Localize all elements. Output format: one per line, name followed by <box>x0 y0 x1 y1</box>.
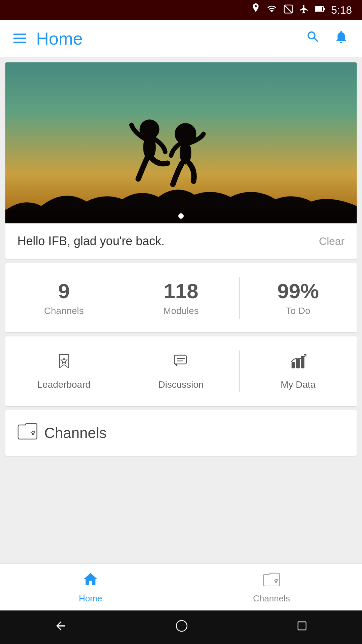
channels-title: Channels <box>44 425 107 441</box>
status-icons: 5:18 <box>251 3 352 17</box>
home-nav-label: Home <box>79 593 102 604</box>
stat-channels-label: Channels <box>44 306 84 316</box>
quick-actions-card: Leaderboard Discussion <box>5 336 357 406</box>
svg-point-17 <box>32 433 34 435</box>
airplane-icon <box>299 4 309 16</box>
android-home-button[interactable] <box>175 619 188 636</box>
battery-icon <box>315 5 325 15</box>
channels-section[interactable]: Channels <box>5 410 357 456</box>
action-discussion-label: Discussion <box>158 379 203 390</box>
notification-icon[interactable] <box>334 30 349 48</box>
stat-modules[interactable]: 118 Modules <box>122 263 239 332</box>
hero-greeting: Hello IFB, glad you're back. <box>17 234 165 248</box>
stats-card: 9 Channels 118 Modules 99% To Do <box>5 263 357 332</box>
nav-channels[interactable]: Channels <box>181 564 362 610</box>
stat-modules-value: 118 <box>164 279 198 303</box>
stat-todo[interactable]: 99% To Do <box>240 263 357 332</box>
nav-home[interactable]: Home <box>0 564 181 610</box>
stat-channels-value: 9 <box>58 279 69 303</box>
stat-channels[interactable]: 9 Channels <box>5 263 122 332</box>
action-mydata[interactable]: My Data <box>240 336 357 406</box>
search-icon[interactable] <box>306 30 320 48</box>
stat-todo-label: To Do <box>286 306 310 316</box>
action-leaderboard-label: Leaderboard <box>37 379 90 390</box>
svg-marker-10 <box>61 358 67 364</box>
mydata-icon <box>289 353 307 374</box>
svg-rect-3 <box>323 8 325 10</box>
hero-image <box>5 62 357 223</box>
action-leaderboard[interactable]: Leaderboard <box>5 336 122 406</box>
nav-actions <box>306 30 349 48</box>
android-recent-button[interactable] <box>296 620 308 635</box>
status-time: 5:18 <box>331 4 352 16</box>
svg-rect-14 <box>292 363 295 368</box>
svg-point-18 <box>276 581 277 582</box>
discussion-icon <box>172 353 190 374</box>
stat-modules-label: Modules <box>163 306 199 316</box>
svg-line-1 <box>284 5 292 13</box>
hero-footer: Hello IFB, glad you're back. Clear <box>5 223 357 259</box>
location-icon <box>251 3 260 17</box>
svg-point-19 <box>176 621 187 631</box>
svg-rect-11 <box>174 355 186 364</box>
channels-folder-icon <box>17 422 38 444</box>
action-mydata-label: My Data <box>281 379 315 390</box>
home-nav-icon <box>82 571 99 591</box>
svg-rect-4 <box>316 7 322 11</box>
carousel-indicator <box>5 209 357 223</box>
android-back-button[interactable] <box>54 619 67 636</box>
page-title: Home <box>36 29 306 49</box>
carousel-dot-active <box>178 213 184 219</box>
channels-nav-icon <box>263 571 280 591</box>
hero-card: Hello IFB, glad you're back. Clear <box>5 62 357 259</box>
sim-icon <box>284 4 293 16</box>
main-content: Hello IFB, glad you're back. Clear 9 Cha… <box>0 57 362 564</box>
svg-rect-15 <box>297 359 299 368</box>
action-discussion[interactable]: Discussion <box>122 336 239 406</box>
stat-todo-value: 99% <box>277 279 319 303</box>
status-bar: 5:18 <box>0 0 362 20</box>
wifi-icon <box>266 5 278 15</box>
channels-nav-label: Channels <box>253 593 290 604</box>
leaderboard-icon <box>55 353 73 374</box>
android-nav <box>0 610 362 644</box>
hamburger-menu[interactable] <box>13 34 26 43</box>
bottom-nav: Home Channels <box>0 564 362 610</box>
svg-rect-20 <box>298 622 306 630</box>
top-nav: Home <box>0 20 362 57</box>
clear-button[interactable]: Clear <box>319 235 345 248</box>
